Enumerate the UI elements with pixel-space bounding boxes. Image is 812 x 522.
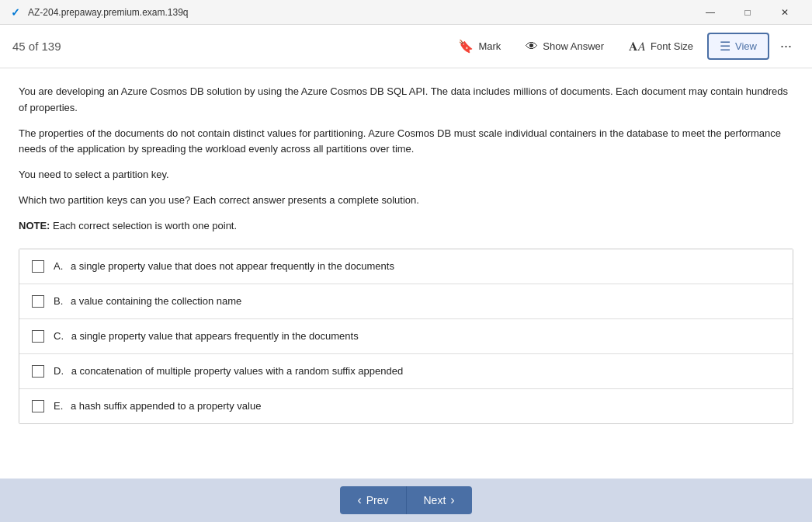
app-icon: ✓	[9, 6, 22, 19]
bottom-nav: ‹ Prev Next ›	[0, 478, 812, 522]
prev-arrow-icon: ‹	[357, 493, 361, 507]
question-note: NOTE: Each correct selection is worth on…	[19, 218, 793, 235]
option-row-e[interactable]: E. a hash suffix appended to a property …	[19, 389, 793, 423]
option-row-c[interactable]: C. a single property value that appears …	[19, 319, 793, 354]
checkbox-b[interactable]	[32, 295, 44, 308]
option-letter: E.	[54, 400, 66, 412]
eye-icon: 👁	[526, 40, 538, 54]
option-letter: A.	[54, 260, 66, 272]
checkbox-a[interactable]	[32, 260, 44, 273]
more-button[interactable]: ···	[772, 33, 800, 59]
paragraph3: You need to select a partition key.	[19, 167, 793, 183]
view-icon: ☰	[720, 39, 730, 54]
font-icon: 𝐀𝐴	[629, 40, 646, 54]
checkbox-d[interactable]	[32, 365, 44, 378]
checkbox-c[interactable]	[32, 330, 44, 343]
paragraph1: You are developing an Azure Cosmos DB so…	[19, 84, 793, 117]
title-bar: ✓ AZ-204.prepaway.premium.exam.139q — □ …	[0, 0, 812, 25]
view-button[interactable]: ☰ View	[707, 33, 769, 60]
next-arrow-icon: ›	[450, 493, 454, 507]
option-label-d: D. a concatenation of multiple property …	[54, 365, 403, 377]
toolbar: 45 of 139 🔖 Mark 👁 Show Answer 𝐀𝐴 Font S…	[0, 25, 812, 68]
window-controls: — □ ✕	[692, 0, 803, 25]
close-button[interactable]: ✕	[767, 0, 803, 25]
window-title: AZ-204.prepaway.premium.exam.139q	[28, 7, 692, 18]
paragraph2: The properties of the documents do not c…	[19, 126, 793, 158]
prev-button[interactable]: ‹ Prev	[340, 486, 406, 514]
option-row-a[interactable]: A. a single property value that does not…	[19, 249, 793, 284]
options-container: A. a single property value that does not…	[19, 249, 793, 424]
mark-button[interactable]: 🔖 Mark	[447, 34, 512, 58]
maximize-button[interactable]: □	[730, 0, 765, 25]
option-label-a: A. a single property value that does not…	[54, 260, 394, 272]
option-label-b: B. a value containing the collection nam…	[54, 295, 241, 307]
option-row-d[interactable]: D. a concatenation of multiple property …	[19, 354, 793, 389]
show-answer-button[interactable]: 👁 Show Answer	[515, 35, 615, 58]
option-letter: D.	[54, 365, 67, 377]
option-row-b[interactable]: B. a value containing the collection nam…	[19, 284, 793, 319]
minimize-button[interactable]: —	[692, 0, 728, 25]
checkbox-e[interactable]	[32, 400, 44, 412]
main-content: You are developing an Azure Cosmos DB so…	[0, 68, 812, 478]
next-button[interactable]: Next ›	[407, 486, 472, 514]
option-label-e: E. a hash suffix appended to a property …	[54, 400, 261, 412]
option-letter: B.	[54, 295, 66, 307]
question-counter: 45 of 139	[12, 40, 447, 53]
toolbar-actions: 🔖 Mark 👁 Show Answer 𝐀𝐴 Font Size ☰ View…	[447, 33, 800, 60]
bookmark-icon: 🔖	[458, 39, 474, 54]
question-text: Which two partition keys can you use? Ea…	[19, 193, 793, 209]
font-size-button[interactable]: 𝐀𝐴 Font Size	[618, 35, 704, 58]
option-label-c: C. a single property value that appears …	[54, 330, 359, 342]
option-letter: C.	[54, 330, 67, 342]
